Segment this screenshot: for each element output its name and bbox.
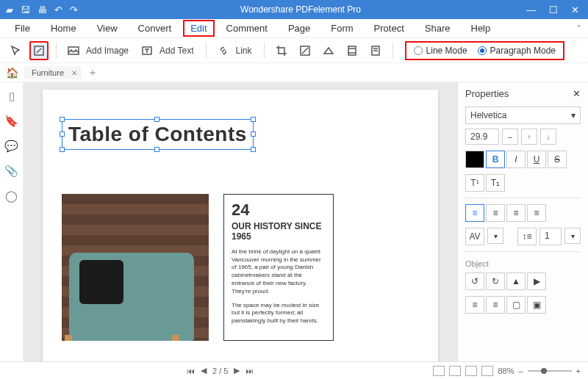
redo-icon[interactable]: ↷	[70, 4, 78, 15]
flip-horizontal-button[interactable]: ▶	[527, 272, 546, 290]
minimize-button[interactable]: —	[526, 4, 536, 15]
next-page-end-icon[interactable]: ⏭	[245, 367, 254, 375]
menu-bar: File Home View Convert Edit Comment Page…	[0, 19, 588, 38]
strike-button[interactable]: S	[548, 151, 567, 168]
menu-protect[interactable]: Protect	[365, 20, 413, 37]
properties-panel: Properties✕ Helvetica▾ 29.9 – ↑ ↓ B I U …	[457, 82, 588, 361]
continuous-view[interactable]	[449, 366, 461, 376]
menu-share[interactable]: Share	[416, 20, 459, 37]
link-icon	[214, 41, 233, 60]
comments-icon[interactable]: 💬	[4, 140, 18, 153]
distribute-v-button[interactable]: ≡	[486, 296, 505, 314]
replace-image-button[interactable]: ▣	[527, 296, 546, 314]
prev-page-icon[interactable]: ◀	[201, 366, 207, 375]
menu-convert[interactable]: Convert	[129, 20, 181, 37]
story-para-2: The space may be modest in size but it i…	[232, 302, 326, 325]
header-footer-tool[interactable]	[343, 41, 362, 60]
line-spacing-icon: ↕≡	[517, 228, 537, 245]
subscript-button[interactable]: T₁	[486, 174, 505, 192]
bold-button[interactable]: B	[486, 151, 505, 168]
flip-vertical-button[interactable]: ▲	[506, 272, 526, 290]
crop-tool[interactable]	[272, 41, 291, 60]
thumbnails-icon[interactable]: ▯	[9, 90, 15, 103]
zoom-in-button[interactable]: +	[576, 367, 581, 375]
superscript-button[interactable]: T¹	[465, 174, 484, 192]
line-mode-radio[interactable]: Line Mode	[414, 46, 467, 56]
maximize-button[interactable]: ☐	[549, 4, 558, 15]
align-left-button[interactable]: ≡	[465, 204, 484, 222]
story-heading: OUR HISTORY SINCE 1965	[232, 221, 326, 242]
close-button[interactable]: ✕	[571, 4, 579, 15]
edit-mode-group: Line Mode Paragraph Mode	[405, 41, 564, 60]
font-size-decrease[interactable]: –	[502, 129, 518, 145]
attachments-icon[interactable]: 📎	[4, 165, 18, 178]
story-para-1: At the brink of daylight on a quaint Van…	[232, 248, 326, 296]
underline-button[interactable]: U	[527, 151, 546, 168]
search-icon[interactable]: ◯	[5, 190, 18, 203]
add-image-button[interactable]: Add Image	[64, 41, 133, 60]
bookmarks-icon[interactable]: 🔖	[4, 115, 18, 128]
two-page-continuous-view[interactable]	[481, 366, 493, 376]
story-text-block[interactable]: 24 OUR HISTORY SINCE 1965 At the brink o…	[223, 194, 334, 341]
edit-toolbar: Add Image Add Text Link Line Mode Paragr…	[0, 38, 588, 63]
story-number: 24	[232, 201, 326, 220]
background-tool[interactable]	[319, 41, 338, 60]
menu-edit[interactable]: Edit	[183, 20, 214, 37]
align-right-button[interactable]: ≡	[506, 204, 526, 222]
font-family-select[interactable]: Helvetica▾	[465, 107, 581, 124]
svg-rect-4	[348, 46, 356, 55]
shrink-font[interactable]: ↓	[540, 129, 556, 145]
font-size-input[interactable]: 29.9	[465, 129, 499, 145]
tab-furniture[interactable]: Furniture✕	[24, 66, 82, 79]
page-indicator[interactable]: 2 / 5	[212, 367, 228, 375]
collapse-ribbon-icon[interactable]: ⌃	[576, 24, 582, 33]
zoom-out-button[interactable]: –	[518, 367, 523, 375]
select-tool[interactable]	[6, 41, 25, 60]
app-logo-icon: ▰	[6, 4, 13, 15]
menu-comment[interactable]: Comment	[218, 20, 276, 37]
bates-tool[interactable]	[366, 41, 385, 60]
print-icon[interactable]: 🖶	[37, 4, 47, 15]
close-tab-icon[interactable]: ✕	[71, 69, 77, 77]
grow-font[interactable]: ↑	[521, 129, 537, 145]
distribute-h-button[interactable]: ≡	[465, 296, 484, 314]
add-text-button[interactable]: Add Text	[137, 41, 198, 60]
document-canvas[interactable]: Table of Contents 24 OUR HISTORY SINCE 1…	[24, 82, 457, 361]
menu-page[interactable]: Page	[279, 20, 319, 37]
menu-form[interactable]: Form	[322, 20, 362, 37]
paragraph-mode-radio[interactable]: Paragraph Mode	[478, 46, 556, 56]
rotate-right-button[interactable]: ↻	[486, 272, 505, 290]
single-page-view[interactable]	[433, 366, 445, 376]
zoom-value: 88%	[498, 367, 514, 375]
pdf-page[interactable]: Table of Contents 24 OUR HISTORY SINCE 1…	[43, 90, 438, 361]
align-justify-button[interactable]: ≡	[527, 204, 546, 222]
home-icon[interactable]: 🏠	[6, 67, 18, 79]
next-page-icon[interactable]: ▶	[234, 366, 240, 375]
link-button[interactable]: Link	[214, 41, 257, 60]
chevron-down-icon: ▾	[571, 110, 576, 120]
undo-icon[interactable]: ↶	[54, 4, 62, 15]
menu-help[interactable]: Help	[462, 20, 500, 37]
selected-text-object[interactable]: Table of Contents	[62, 119, 254, 150]
menu-file[interactable]: File	[6, 20, 39, 37]
prev-page-start-icon[interactable]: ⏮	[187, 367, 195, 375]
line-spacing-input[interactable]: 1	[539, 228, 562, 245]
crop-object-button[interactable]: ▢	[506, 296, 526, 314]
close-panel-icon[interactable]: ✕	[573, 88, 581, 99]
save-icon[interactable]: 🖫	[21, 4, 30, 15]
char-spacing-stepper[interactable]: ▾	[487, 228, 503, 244]
watermark-tool[interactable]	[295, 41, 315, 60]
zoom-slider[interactable]	[528, 370, 572, 372]
align-center-button[interactable]: ≡	[486, 204, 505, 222]
text-color-picker[interactable]	[465, 151, 484, 168]
two-page-view[interactable]	[465, 366, 477, 376]
menu-home[interactable]: Home	[42, 20, 85, 37]
object-section-label: Object	[465, 259, 581, 268]
menu-view[interactable]: View	[88, 20, 126, 37]
italic-button[interactable]: I	[506, 151, 526, 168]
add-tab-icon[interactable]: ＋	[87, 66, 98, 79]
line-spacing-stepper[interactable]: ▾	[564, 228, 581, 244]
rotate-left-button[interactable]: ↺	[465, 272, 484, 290]
hero-image	[62, 194, 209, 341]
edit-object-tool[interactable]	[29, 41, 49, 60]
